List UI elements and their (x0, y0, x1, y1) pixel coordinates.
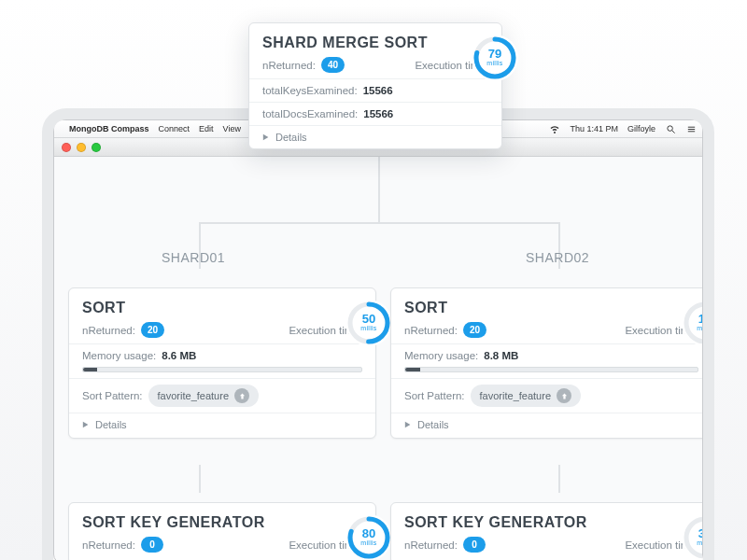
details-toggle[interactable]: Details (82, 419, 362, 430)
nreturned-label: nReturned: (262, 60, 316, 71)
mac-body: MongoDB Compass Connect Edit View Sha Th… (53, 119, 703, 560)
nreturned-value: 0 (141, 537, 163, 553)
memory-usage: Memory usage: 8.6 MB (82, 350, 362, 361)
stage-card-sort-02: SORT nReturned: 20 Execution time: Memor… (390, 287, 702, 439)
menubar-time: Thu 1:41 PM (570, 124, 618, 133)
exec-time-gauge: 30 millis (682, 514, 702, 560)
exec-time-gauge: 10 millis (682, 300, 702, 346)
traffic-lights (62, 143, 101, 152)
sort-pattern: Sort Pattern: favorite_feature (82, 385, 362, 407)
sort-pattern-tag[interactable]: favorite_feature (471, 385, 581, 407)
nreturned-value: 40 (321, 57, 345, 73)
stage-title: SORT (82, 300, 362, 316)
explain-plan-canvas: SHARD01 SHARD02 SORT nReturned: 20 Execu… (54, 157, 702, 560)
memory-bar (82, 367, 362, 372)
arrow-up-icon (234, 388, 249, 403)
nreturned-label: nReturned: (82, 325, 135, 336)
menu-extras-icon[interactable] (685, 124, 697, 134)
nreturned-label: nReturned: (404, 325, 458, 336)
stage-title: SORT (404, 300, 698, 316)
shard-label-01: SHARD01 (162, 250, 225, 265)
stage-title: SHARD MERGE SORT (262, 35, 488, 51)
exec-time-gauge: 50 millis (345, 300, 392, 346)
minimize-button[interactable] (77, 143, 86, 152)
details-toggle[interactable]: Details (404, 419, 698, 430)
menu-item-edit[interactable]: Edit (199, 124, 214, 133)
stage-title: SORT KEY GENERATOR (404, 514, 698, 531)
nreturned-value: 20 (463, 322, 486, 338)
wifi-icon[interactable] (549, 123, 560, 134)
mac-window: MongoDB Compass Connect Edit View Sha Th… (42, 108, 714, 560)
zoom-button[interactable] (92, 143, 101, 152)
stage-card-sort-01: SORT nReturned: 20 Execution time: Memor… (68, 287, 376, 439)
memory-bar (404, 367, 698, 372)
sort-pattern-tag[interactable]: favorite_feature (148, 385, 259, 407)
menu-item-connect[interactable]: Connect (159, 124, 190, 133)
stage-card-skg-01: SORT KEY GENERATOR nReturned: 0 Executio… (68, 502, 376, 560)
nreturned-value: 20 (141, 322, 164, 338)
nreturned-label: nReturned: (404, 539, 458, 551)
svg-point-0 (667, 125, 672, 131)
nreturned-label: nReturned: (82, 539, 135, 551)
details-toggle[interactable]: Details (262, 132, 488, 143)
spotlight-icon[interactable] (665, 124, 676, 134)
menubar-user[interactable]: Gilfoyle (627, 124, 655, 133)
exec-time-gauge: 79 millis (472, 35, 518, 81)
stage-card-shard-merge-sort: SHARD MERGE SORT nReturned: 40 Execution… (248, 22, 502, 149)
stage-row: nReturned: 20 Execution time: (82, 322, 362, 338)
stage-title: SORT KEY GENERATOR (82, 514, 362, 531)
svg-line-1 (671, 130, 674, 133)
stage-card-skg-02: SORT KEY GENERATOR nReturned: 0 Executio… (390, 502, 702, 560)
shard-label-02: SHARD02 (526, 250, 589, 265)
menu-item-view[interactable]: View (223, 124, 241, 133)
arrow-up-icon (557, 388, 571, 403)
app-name: MongoDB Compass (69, 124, 149, 133)
close-button[interactable] (62, 143, 71, 152)
nreturned-value: 0 (463, 537, 486, 553)
exec-time-gauge: 80 millis (345, 514, 392, 560)
